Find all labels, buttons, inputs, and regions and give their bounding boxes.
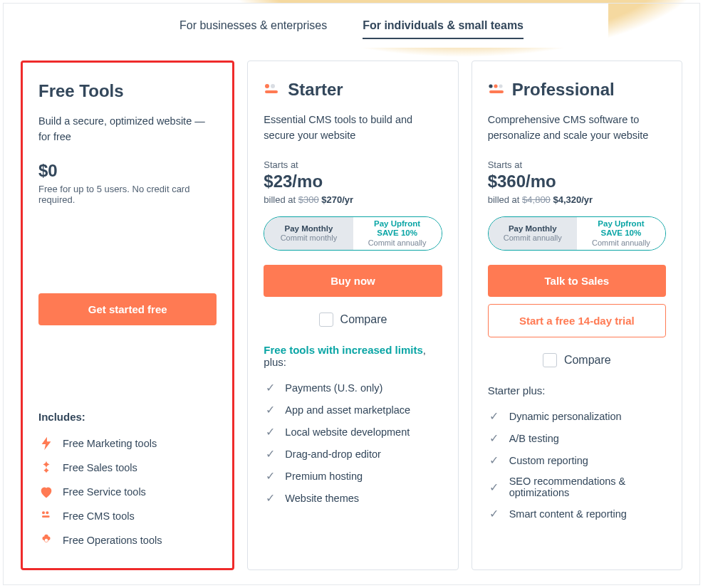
feature-label: Dynamic personalization: [509, 411, 622, 422]
feature-list: Free Marketing tools Free Sales tools Fr…: [38, 431, 217, 552]
feature-label: Free Service tools: [63, 486, 146, 498]
svg-point-9: [499, 84, 502, 88]
check-icon: ✓: [488, 481, 501, 494]
tab-business[interactable]: For businesses & enterprises: [179, 19, 327, 39]
plan-price: $0: [38, 161, 217, 181]
compare-row[interactable]: Compare: [264, 313, 442, 327]
list-item: ✓Local website development: [264, 421, 442, 443]
get-started-free-button[interactable]: Get started free: [38, 293, 217, 325]
toggle-pay-upfront[interactable]: Pay Upfront SAVE 10% Commit annually: [577, 217, 665, 250]
buy-now-button[interactable]: Buy now: [264, 265, 442, 297]
list-item: ✓Dynamic personalization: [488, 405, 666, 427]
list-item: ✓Drag-and-drop editor: [264, 443, 442, 465]
includes-header: Starter plus:: [488, 384, 666, 397]
check-icon: ✓: [264, 447, 276, 461]
list-item: ✓SEO recommendations & optimizations: [488, 471, 666, 503]
professional-tier-icon: [488, 83, 505, 96]
feature-label: Local website development: [285, 426, 410, 438]
cms-hub-icon: [38, 508, 54, 524]
feature-list: ✓Payments (U.S. only) ✓App and asset mar…: [264, 377, 442, 509]
svg-rect-10: [489, 90, 504, 93]
compare-label: Compare: [564, 354, 611, 367]
starts-at-label: Starts at: [264, 159, 442, 170]
check-icon: ✓: [488, 507, 501, 520]
svg-point-4: [265, 84, 269, 88]
list-item: ✓Premium hosting: [264, 465, 442, 487]
svg-point-3: [45, 539, 48, 542]
plan-card-professional: Professional Comprehensive CMS software …: [472, 61, 682, 570]
plan-price: $23/mo: [264, 172, 442, 191]
plan-title: Free Tools: [38, 81, 124, 101]
feature-label: Premium hosting: [285, 471, 363, 482]
feature-label: SEO recommendations & optimizations: [509, 476, 666, 498]
feature-label: A/B testing: [509, 433, 559, 444]
start-trial-button[interactable]: Start a free 14-day trial: [488, 304, 666, 337]
marketing-hub-icon: [38, 436, 54, 451]
toggle-pay-upfront[interactable]: Pay Upfront SAVE 10% Commit annually: [353, 217, 442, 250]
includes-header: Includes:: [38, 411, 217, 423]
billing-toggle[interactable]: Pay Monthly Commit annually Pay Upfront …: [488, 216, 666, 251]
plan-card-starter: Starter Essential CMS tools to build and…: [247, 61, 458, 570]
check-icon: ✓: [264, 491, 276, 505]
plan-billed-line: billed at $4,800 $4,320/yr: [488, 194, 666, 205]
audience-tabs: For businesses & enterprises For individ…: [95, 4, 608, 48]
list-item: ✓Website themes: [264, 487, 442, 509]
list-item: ✓Payments (U.S. only): [264, 377, 442, 399]
pricing-cards: Free Tools Build a secure, optimized web…: [4, 48, 699, 584]
plan-desc: Essential CMS tools to build and secure …: [264, 112, 442, 144]
service-hub-icon: [38, 484, 54, 500]
feature-label: Free CMS tools: [63, 510, 135, 522]
compare-row[interactable]: Compare: [488, 353, 666, 367]
compare-checkbox[interactable]: [319, 313, 333, 327]
tab-individuals[interactable]: For individuals & small teams: [363, 19, 524, 39]
includes-header: Free tools with increased limits, plus:: [264, 344, 442, 368]
sales-hub-icon: [38, 460, 54, 476]
feature-label: Website themes: [285, 493, 359, 504]
svg-point-7: [489, 84, 492, 88]
feature-label: Custom reporting: [509, 455, 588, 466]
toggle-pay-monthly[interactable]: Pay Monthly Commit annually: [489, 217, 577, 250]
check-icon: ✓: [488, 409, 501, 423]
plan-price-note: Free for up to 5 users. No credit card r…: [38, 184, 217, 205]
check-icon: ✓: [264, 425, 276, 439]
toggle-pay-monthly[interactable]: Pay Monthly Commit monthly: [264, 217, 353, 250]
plan-desc: Comprehensive CMS software to personaliz…: [488, 112, 666, 144]
billing-toggle[interactable]: Pay Monthly Commit monthly Pay Upfront S…: [264, 216, 442, 251]
list-item: ✓Smart content & reporting: [488, 503, 666, 525]
talk-to-sales-button[interactable]: Talk to Sales: [488, 265, 666, 297]
svg-point-8: [494, 84, 497, 88]
list-item: Free Sales tools: [38, 456, 217, 480]
feature-label: Payments (U.S. only): [285, 382, 382, 394]
feature-label: Free Marketing tools: [63, 438, 157, 449]
plan-title: Starter: [288, 80, 343, 100]
feature-label: Free Operations tools: [63, 535, 162, 546]
operations-hub-icon: [38, 532, 54, 548]
compare-checkbox[interactable]: [543, 353, 557, 367]
compare-label: Compare: [340, 313, 387, 326]
feature-label: App and asset marketplace: [285, 404, 410, 416]
check-icon: ✓: [264, 381, 276, 394]
plan-title: Professional: [512, 80, 615, 100]
feature-label: Drag-and-drop editor: [285, 448, 381, 460]
feature-label: Smart content & reporting: [509, 508, 627, 520]
list-item: ✓App and asset marketplace: [264, 399, 442, 421]
plan-card-free: Free Tools Build a secure, optimized web…: [21, 61, 234, 570]
svg-rect-2: [42, 515, 50, 518]
list-item: ✓A/B testing: [488, 427, 666, 449]
svg-point-5: [271, 84, 275, 88]
plan-desc: Build a secure, optimized website — for …: [38, 114, 217, 145]
list-item: Free Marketing tools: [38, 431, 217, 456]
starts-at-label: Starts at: [488, 159, 666, 170]
list-item: Free Service tools: [38, 480, 217, 504]
page-container: For businesses & enterprises For individ…: [3, 3, 700, 585]
plan-billed-line: billed at $300 $270/yr: [264, 194, 442, 205]
list-item: Free CMS tools: [38, 504, 217, 528]
list-item: ✓Custom reporting: [488, 449, 666, 471]
plan-price: $360/mo: [488, 172, 666, 191]
check-icon: ✓: [264, 403, 276, 416]
check-icon: ✓: [264, 469, 276, 483]
check-icon: ✓: [488, 431, 501, 445]
feature-list: ✓Dynamic personalization ✓A/B testing ✓C…: [488, 405, 666, 525]
list-item: Free Operations tools: [38, 528, 217, 552]
feature-label: Free Sales tools: [63, 462, 137, 473]
